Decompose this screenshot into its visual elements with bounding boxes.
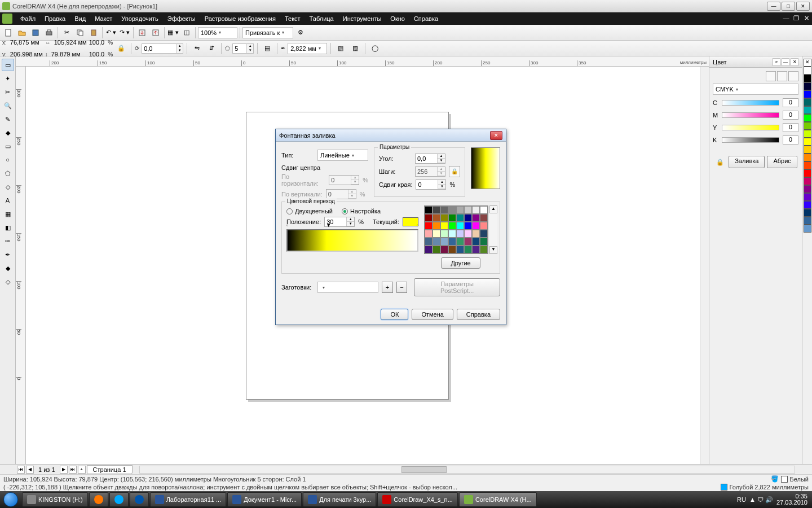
zoom-tool[interactable]: 🔍 [2,99,14,112]
type-combo[interactable]: Линейные [317,150,368,161]
palette-swatch[interactable] [804,177,811,185]
color-model-combo[interactable]: CMYK [713,84,798,95]
menu-text[interactable]: Текст [280,14,305,24]
export-icon[interactable] [149,27,162,39]
palette-swatch[interactable] [804,225,811,233]
steps-lock-icon[interactable]: 🔒 [449,166,460,177]
taskbar-corel[interactable]: CorelDRAW X4 (Н... [459,492,537,507]
next-page[interactable]: ▶ [60,466,68,474]
palette-cell[interactable] [440,238,448,246]
palette-swatch[interactable] [804,90,811,98]
black-slider[interactable] [722,137,779,143]
palette-cell[interactable] [472,246,480,253]
gradient-bar[interactable] [286,229,418,252]
import-icon[interactable] [136,27,148,39]
table-tool[interactable]: ▦ [2,208,14,220]
palette-cell[interactable] [456,206,464,214]
menu-window[interactable]: Окно [386,14,409,24]
palette-cell[interactable] [440,230,448,238]
palette-swatch[interactable] [804,217,811,225]
palette-cell[interactable] [480,230,488,238]
palette-swatch[interactable] [804,122,811,130]
angle-input[interactable]: ▲▼ [415,154,445,164]
palette-cell[interactable] [433,238,440,246]
outline-swatch[interactable] [721,484,727,491]
pal-down[interactable]: ▼ [489,246,497,254]
menu-tools[interactable]: Инструменты [338,14,386,24]
palette-swatch[interactable] [804,114,811,122]
text-tool[interactable]: A [2,194,14,207]
palette-cell[interactable] [425,238,433,246]
to-back-icon[interactable]: ▨ [349,42,361,55]
first-page[interactable]: ⏮ [17,466,25,474]
palette-cell[interactable] [472,230,480,238]
palette-swatch[interactable] [804,98,811,106]
lang-indicator[interactable]: RU [737,496,746,503]
palette-swatch[interactable] [804,193,811,201]
palette-swatch[interactable] [804,82,811,90]
fill-button[interactable]: Заливка [729,156,765,168]
system-tray[interactable]: RU ▲ 🛡 🔊 0:3527.03.2010 [732,493,812,506]
presets-combo[interactable] [317,282,378,293]
options-icon[interactable]: ⚙ [294,27,307,39]
cyan-slider[interactable] [722,100,779,106]
taskbar-word3[interactable]: Для печати 3кур... [303,492,376,507]
palette-cell[interactable] [440,206,448,214]
app-launcher-icon[interactable]: ▦ ▾ [167,27,179,39]
palette-cell[interactable] [425,206,433,214]
mirror-h-icon[interactable]: ⇋ [191,42,203,55]
polygon-tool[interactable]: ⬠ [2,167,14,179]
prev-page[interactable]: ◀ [26,466,34,474]
mirror-v-icon[interactable]: ⇵ [205,42,218,55]
obj-width[interactable]: 105,924 мм [54,39,87,46]
palette-cell[interactable] [425,214,433,222]
close-button[interactable]: ✕ [796,2,810,11]
palette-cell[interactable] [448,206,456,214]
palette-cell[interactable] [456,222,464,230]
lock-ratio-icon[interactable]: 🔒 [115,42,127,55]
palette-cell[interactable] [456,238,464,246]
scale-x[interactable]: 100,0 [89,39,105,46]
custom-radio[interactable]: Настройка [342,208,381,214]
remove-preset-icon[interactable]: − [396,282,408,293]
menu-edit[interactable]: Правка [40,14,70,24]
palette-swatch[interactable] [804,161,811,169]
palette-cell[interactable] [456,246,464,253]
palette-cell[interactable] [472,222,480,230]
palette-cell[interactable] [456,214,464,222]
outline-button[interactable]: Абрис [767,156,797,168]
taskbar-wmp[interactable] [89,492,108,507]
palette-swatch[interactable] [804,106,811,114]
palette-cell[interactable] [448,222,456,230]
fill-swatch[interactable] [781,476,788,483]
palette-cell[interactable] [472,206,480,214]
zoom-combo[interactable]: 100% [198,27,237,38]
polygon-sides[interactable]: ▲▼ [232,43,254,54]
palette-cell[interactable] [464,214,472,222]
palette-cell[interactable] [480,222,488,230]
ellipse-tool[interactable]: ○ [2,154,14,166]
help-button[interactable]: Справка [457,309,500,320]
rectangle-tool[interactable]: ▭ [2,140,14,152]
basic-shapes-tool[interactable]: ◇ [2,181,14,193]
menu-bitmaps[interactable]: Растровые изображения [200,14,280,24]
maximize-button[interactable]: □ [782,2,795,11]
palette-cell[interactable] [480,238,488,246]
ok-button[interactable]: ОК [381,309,408,320]
palette-cell[interactable] [433,206,440,214]
magenta-slider[interactable] [722,112,779,118]
palette-cell[interactable] [440,246,448,253]
palette-cell[interactable] [480,206,488,214]
palette-cell[interactable] [464,206,472,214]
eyedropper-tool[interactable]: ✑ [2,235,14,247]
last-page[interactable]: ⏭ [69,466,77,474]
palette-swatch[interactable] [804,75,811,82]
crop-tool[interactable]: ✂ [2,86,14,98]
palette-cell[interactable] [425,246,433,253]
menu-table[interactable]: Таблица [305,14,338,24]
smart-fill-tool[interactable]: ◆ [2,126,14,139]
start-button[interactable] [0,491,21,508]
two-color-radio[interactable]: Двухцветный [286,208,333,214]
welcome-icon[interactable]: ◫ [180,27,193,39]
pick-tool[interactable]: ▭ [2,59,14,71]
